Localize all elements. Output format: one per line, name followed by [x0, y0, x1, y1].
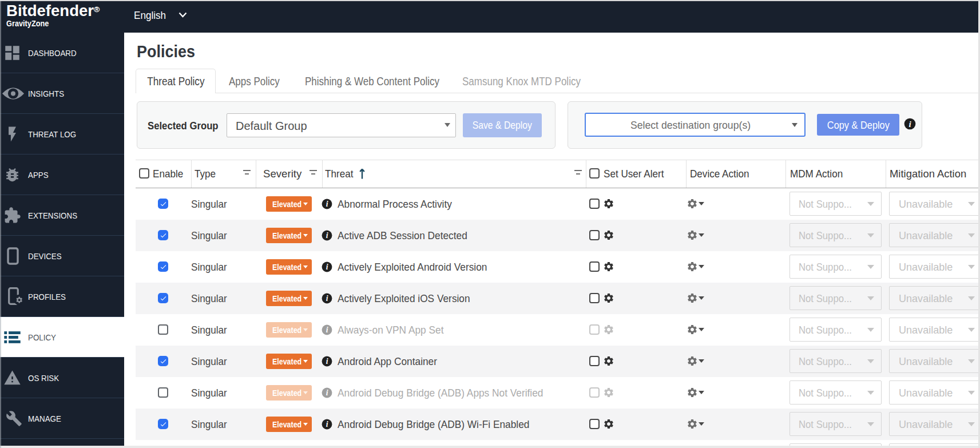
- svg-text:i: i: [326, 388, 328, 397]
- svg-text:i: i: [326, 294, 328, 303]
- svg-text:i: i: [326, 231, 328, 240]
- svg-text:i: i: [326, 357, 328, 366]
- svg-text:i: i: [326, 200, 328, 208]
- svg-text:i: i: [326, 326, 328, 334]
- svg-text:i: i: [908, 118, 911, 128]
- svg-text:i: i: [326, 263, 328, 271]
- svg-text:i: i: [326, 420, 328, 429]
